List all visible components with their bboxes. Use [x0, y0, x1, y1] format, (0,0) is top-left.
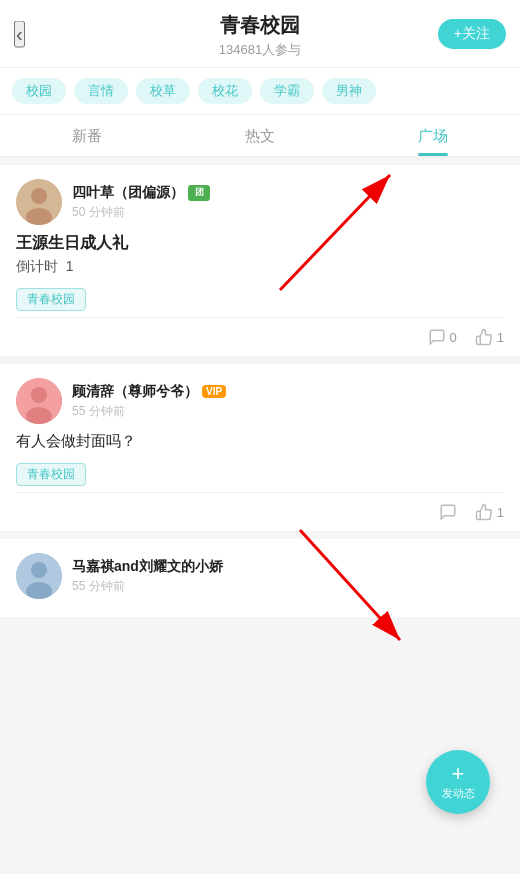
- post-body: 有人会做封面吗？: [16, 432, 504, 451]
- username: 马嘉祺and刘耀文的小娇: [72, 558, 223, 576]
- post-card: 顾清辞（尊师兮爷） VIP 55 分钟前 有人会做封面吗？ 青春校园 1: [0, 364, 520, 531]
- tag-item[interactable]: 校花: [198, 78, 252, 104]
- tag-item[interactable]: 校园: [12, 78, 66, 104]
- follow-button[interactable]: +关注: [438, 19, 506, 49]
- like-count: 1: [497, 505, 504, 520]
- fab-icon: +: [452, 763, 465, 785]
- vip-badge: VIP: [202, 385, 226, 398]
- post-card: 马嘉祺and刘耀文的小娇 55 分钟前: [0, 539, 520, 617]
- post-card: 四叶草（团偏源） 团 50 分钟前 王源生日成人礼 倒计时 1 青春校园 0 1: [0, 165, 520, 356]
- comment-action[interactable]: [439, 503, 457, 521]
- post-header: 马嘉祺and刘耀文的小娇 55 分钟前: [16, 553, 504, 599]
- tag-item[interactable]: 言情: [74, 78, 128, 104]
- post-time: 50 分钟前: [72, 204, 504, 221]
- divider: [16, 492, 504, 493]
- avatar: [16, 553, 62, 599]
- comment-count: 0: [450, 330, 457, 345]
- like-count: 1: [497, 330, 504, 345]
- post-header: 四叶草（团偏源） 团 50 分钟前: [16, 179, 504, 225]
- post-title: 王源生日成人礼: [16, 233, 504, 254]
- like-icon: [475, 328, 493, 346]
- post-actions: 1: [16, 503, 504, 521]
- tag-item[interactable]: 校草: [136, 78, 190, 104]
- username-row: 顾清辞（尊师兮爷） VIP: [72, 383, 504, 401]
- divider: [16, 317, 504, 318]
- tab-bar: 新番 热文 广场: [0, 115, 520, 157]
- page-title: 青春校园: [16, 12, 504, 39]
- user-info: 顾清辞（尊师兮爷） VIP 55 分钟前: [72, 383, 504, 420]
- post-tag[interactable]: 青春校园: [16, 463, 86, 486]
- username-row: 四叶草（团偏源） 团: [72, 184, 504, 202]
- username: 顾清辞（尊师兮爷）: [72, 383, 198, 401]
- like-action[interactable]: 1: [475, 328, 504, 346]
- like-icon: [475, 503, 493, 521]
- tag-item[interactable]: 男神: [322, 78, 376, 104]
- tab-new[interactable]: 新番: [0, 115, 173, 156]
- avatar: [16, 378, 62, 424]
- back-button[interactable]: ‹: [14, 20, 25, 47]
- comment-action[interactable]: 0: [428, 328, 457, 346]
- tags-row: 校园 言情 校草 校花 学霸 男神: [0, 68, 520, 115]
- user-info: 四叶草（团偏源） 团 50 分钟前: [72, 184, 504, 221]
- user-info: 马嘉祺and刘耀文的小娇 55 分钟前: [72, 558, 504, 595]
- svg-point-7: [31, 562, 47, 578]
- username: 四叶草（团偏源）: [72, 184, 184, 202]
- avatar: [16, 179, 62, 225]
- post-header: 顾清辞（尊师兮爷） VIP 55 分钟前: [16, 378, 504, 424]
- participant-count: 134681人参与: [16, 41, 504, 59]
- tab-hot[interactable]: 热文: [173, 115, 346, 156]
- svg-point-1: [31, 188, 47, 204]
- post-subtitle: 倒计时 1: [16, 258, 504, 276]
- feed: 四叶草（团偏源） 团 50 分钟前 王源生日成人礼 倒计时 1 青春校园 0 1: [0, 157, 520, 633]
- header: ‹ 青春校园 134681人参与 +关注: [0, 0, 520, 68]
- post-time: 55 分钟前: [72, 578, 504, 595]
- tag-item[interactable]: 学霸: [260, 78, 314, 104]
- tab-plaza[interactable]: 广场: [347, 115, 520, 156]
- username-row: 马嘉祺and刘耀文的小娇: [72, 558, 504, 576]
- like-action[interactable]: 1: [475, 503, 504, 521]
- comment-icon: [428, 328, 446, 346]
- user-badge: 团: [188, 185, 210, 201]
- comment-icon: [439, 503, 457, 521]
- post-actions: 0 1: [16, 328, 504, 346]
- post-tag[interactable]: 青春校园: [16, 288, 86, 311]
- fab-button[interactable]: + 发动态: [426, 750, 490, 814]
- fab-label: 发动态: [442, 786, 475, 801]
- svg-point-4: [31, 387, 47, 403]
- post-time: 55 分钟前: [72, 403, 504, 420]
